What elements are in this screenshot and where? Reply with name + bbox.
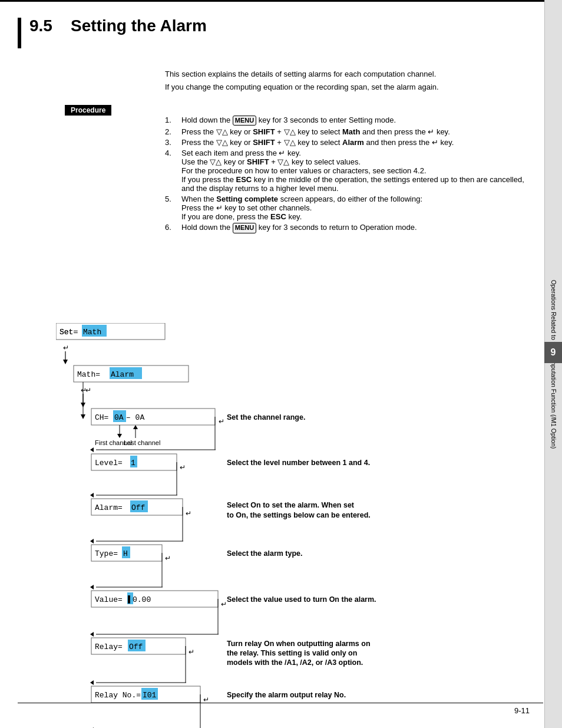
procedure-label: Procedure [65, 105, 111, 116]
arrow-left-1 [90, 447, 94, 452]
enter-right-4: ↵ [165, 555, 171, 563]
step-3-content: Press the ▽△ key or SHIFT + ▽△ key to se… [181, 138, 454, 147]
ch-text: CH= [95, 413, 109, 422]
menu-key: MENU [233, 116, 256, 126]
label-channel-range: Set the channel range. [227, 413, 305, 421]
arrow-left-2 [90, 493, 94, 498]
step-1-num: 1. [165, 116, 181, 126]
label-alarm-2: to On, the settings below can be entered… [227, 511, 371, 519]
math-alarm-text: Math= [77, 370, 100, 379]
set-math-highlight-text: Math [83, 328, 101, 337]
arrow-left-5 [90, 632, 94, 637]
label-type: Select the alarm type. [227, 549, 303, 558]
section-title: Setting the Alarm [71, 17, 207, 35]
intro-text: This section explains the details of set… [165, 68, 530, 94]
step-4-content: Set each item and press the ↵ key. Use t… [181, 149, 530, 193]
section-heading: 9.5 Setting the Alarm [29, 17, 207, 35]
label-alarm-1: Select On to set the alarm. When set [227, 501, 355, 509]
ch-highlight-text: 0A [114, 413, 124, 422]
relay-text: Relay= [95, 643, 123, 651]
enter-right-2: ↵ [180, 464, 186, 472]
enter-right-3: ↵ [186, 510, 191, 518]
step-6: 6. Hold down the MENU key for 3 seconds … [165, 223, 530, 233]
type-highlight-text: H [123, 549, 128, 558]
left-accent [18, 18, 21, 48]
top-border [0, 0, 562, 2]
first-ch-arrow [117, 434, 122, 438]
tab-number-box: 9 [544, 342, 562, 363]
alarm-highlight-text: Off [131, 503, 145, 512]
type-text: Type= [95, 549, 118, 558]
step-5: 5. When the Setting complete screen appe… [165, 195, 530, 221]
label-relay-1: Turn relay On when outputting alarms on [227, 640, 371, 648]
label-level: Select the level number between 1 and 4. [227, 459, 370, 467]
intro-line-2: If you change the computing equation or … [165, 81, 530, 94]
enter-arrow-1: ↵ [63, 344, 69, 353]
enter-right-1: ↵ [219, 418, 224, 426]
level-text: Level= [95, 459, 123, 467]
arrow-left-6 [90, 680, 94, 685]
page-container: 9.5 Setting the Alarm This section expla… [0, 0, 562, 728]
arrow-1 [63, 360, 68, 364]
intro-line-1: This section explains the details of set… [165, 68, 530, 81]
enter-right-5: ↵ [221, 601, 227, 609]
step-1-content: Hold down the MENU key for 3 seconds to … [181, 116, 396, 126]
set-math-text2: Set= [59, 328, 78, 337]
label-relay-2: the relay. This setting is valid only on [227, 649, 357, 657]
last-ch-label: Last channel [124, 439, 160, 446]
ch-box [91, 409, 215, 425]
right-tab: Operations Related to the Computation Fu… [544, 0, 562, 728]
relay-highlight-text: Off [129, 643, 143, 651]
section-number: 9.5 [29, 17, 52, 35]
tab-number: 9 [551, 347, 556, 358]
arrow-left-3 [90, 539, 94, 543]
step-6-content: Hold down the MENU key for 3 seconds to … [181, 223, 417, 233]
steps-area: 1. Hold down the MENU key for 3 seconds … [165, 116, 530, 235]
math-alarm-highlight-text: Alarm [111, 370, 134, 379]
menu-key-2: MENU [233, 223, 256, 233]
relay-no-text: Relay No.= [95, 691, 141, 700]
label-relay-no: Specify the alarm output relay No. [227, 691, 346, 699]
step-6-num: 6. [165, 223, 181, 233]
last-ch-arrow [133, 425, 138, 429]
step-2: 2. Press the ▽△ key or SHIFT + ▽△ key to… [165, 127, 530, 136]
step-4-num: 4. [165, 149, 181, 193]
label-value: Select the value used to turn On the ala… [227, 595, 376, 604]
step-2-content: Press the ▽△ key or SHIFT + ▽△ key to se… [181, 127, 450, 136]
value-text: Value= [95, 595, 123, 604]
alarm-text: Alarm= [95, 503, 123, 512]
page-number: 9-11 [514, 706, 530, 715]
step-2-num: 2. [165, 127, 181, 136]
bottom-border [18, 703, 543, 703]
arrow-left-4 [90, 585, 94, 589]
step-3-num: 3. [165, 138, 181, 147]
value-highlight-text: ▌ [128, 595, 133, 604]
bracket-arrow-1 [81, 414, 85, 419]
enter-right-6: ↵ [189, 648, 194, 657]
right-tab-text: Operations Related to the Computation Fu… [550, 11, 557, 718]
step-5-content: When the Setting complete screen appears… [181, 195, 422, 221]
step-1: 1. Hold down the MENU key for 3 seconds … [165, 116, 530, 126]
step-3: 3. Press the ▽△ key or SHIFT + ▽△ key to… [165, 138, 530, 147]
ch-dash: – 0A [126, 413, 144, 422]
step-4: 4. Set each item and press the ↵ key. Us… [165, 149, 530, 193]
value-num: 0.00 [133, 595, 151, 604]
label-relay-3: models with the /A1, /A2, or /A3 option. [227, 658, 363, 667]
level-highlight-text: 1 [131, 459, 135, 467]
relay-no-highlight-text: I01 [143, 691, 157, 700]
step-5-num: 5. [165, 195, 181, 221]
enter-bracket-1: ↵ [85, 387, 91, 395]
diagram-svg: Set= Set= Math ↵ Math= Alarm ↵ CH= 0A – … [56, 323, 539, 728]
